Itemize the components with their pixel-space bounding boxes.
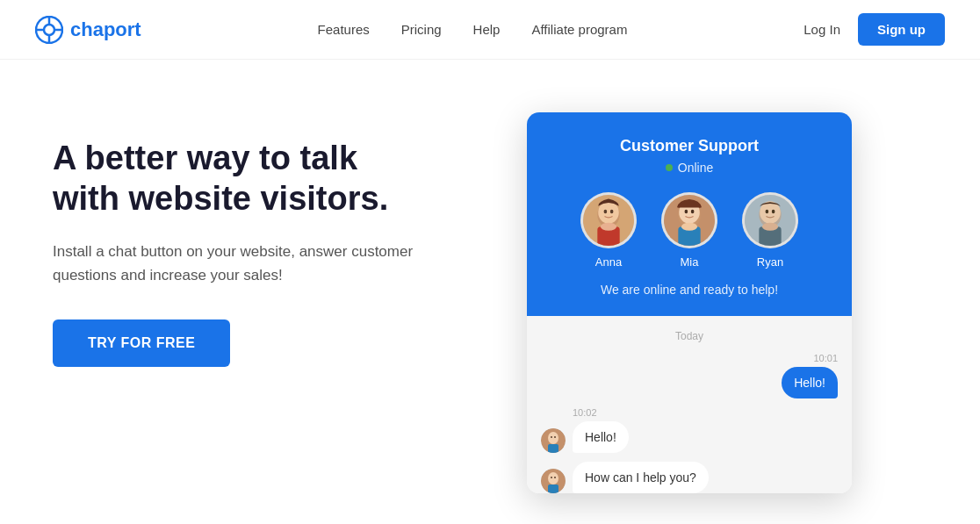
svg-point-35: [554, 477, 556, 478]
chat-widget: Customer Support Online: [527, 112, 852, 493]
svg-point-8: [598, 201, 619, 223]
msg-bubble-1: Hello!: [782, 367, 838, 398]
msg-avatar-img-3: [541, 469, 566, 493]
message-2: 10:02 Hello!: [541, 407, 838, 453]
svg-point-23: [766, 210, 769, 214]
nav-actions: Log In Sign up: [803, 13, 945, 46]
agent-ryan: Ryan: [742, 192, 798, 269]
agent-anna: Anna: [580, 192, 637, 269]
svg-rect-31: [548, 444, 558, 453]
mia-name: Mia: [681, 255, 699, 269]
svg-point-16: [685, 210, 688, 214]
svg-point-34: [551, 477, 552, 478]
svg-point-26: [762, 223, 778, 231]
chat-widget-header: Customer Support Online: [527, 112, 852, 316]
hero-subtext: Install a chat button on your website, a…: [53, 240, 422, 287]
svg-point-1: [44, 25, 54, 35]
svg-point-24: [772, 210, 775, 214]
svg-rect-36: [548, 485, 558, 493]
avatar-ryan: [742, 192, 798, 248]
message-1: 10:01 Hello!: [541, 353, 838, 398]
svg-point-28: [548, 432, 558, 444]
main-nav: Features Pricing Help Affiliate program: [318, 22, 628, 37]
try-for-free-button[interactable]: TRY FOR FREE: [53, 319, 230, 367]
avatar-anna: [580, 192, 637, 248]
nav-features[interactable]: Features: [318, 22, 370, 37]
anna-avatar-img: [583, 195, 634, 246]
svg-point-33: [548, 472, 558, 485]
svg-point-9: [604, 210, 608, 214]
mia-avatar-img: [664, 195, 715, 246]
svg-point-10: [610, 210, 614, 214]
chat-widget-container: Customer Support Online: [527, 112, 945, 493]
svg-point-17: [691, 210, 695, 214]
header: chaport Features Pricing Help Affiliate …: [0, 0, 980, 60]
svg-point-19: [681, 223, 697, 231]
avatar-mia: [661, 192, 717, 248]
chat-welcome-msg: We are online and ready to help!: [544, 283, 834, 297]
chat-messages: 10:01 Hello!: [541, 353, 838, 493]
hero-section: A better way to talk with website visito…: [53, 112, 474, 367]
ryan-avatar-img: [745, 195, 796, 246]
logo-text: chaport: [70, 18, 141, 41]
svg-point-30: [554, 436, 556, 438]
ryan-name: Ryan: [757, 255, 783, 269]
chat-date: Today: [541, 330, 838, 342]
svg-point-12: [601, 223, 616, 231]
online-dot: [666, 164, 673, 171]
message-3: How can I help you?: [541, 462, 838, 493]
msg-avatar-3: [541, 469, 566, 493]
status-label: Online: [678, 161, 713, 175]
msg-avatar-2: [541, 428, 566, 453]
nav-help[interactable]: Help: [473, 22, 501, 37]
agents-list: Anna: [544, 192, 834, 269]
nav-pricing[interactable]: Pricing: [401, 22, 442, 37]
hero-headline: A better way to talk with website visito…: [53, 139, 474, 219]
main-content: A better way to talk with website visito…: [0, 60, 980, 493]
signup-button[interactable]: Sign up: [858, 13, 945, 46]
msg-bubble-2: Hello!: [573, 421, 629, 453]
chat-body: Today 10:01 Hello!: [527, 316, 852, 493]
chat-status: Online: [544, 161, 834, 175]
login-button[interactable]: Log In: [803, 22, 840, 37]
msg-time-2: 10:02: [573, 407, 629, 418]
msg-avatar-img-2: [541, 428, 566, 453]
nav-affiliate[interactable]: Affiliate program: [531, 22, 627, 37]
logo[interactable]: chaport: [35, 16, 141, 44]
chat-title: Customer Support: [544, 137, 834, 155]
anna-name: Anna: [595, 255, 622, 269]
svg-point-29: [551, 436, 552, 438]
chaport-logo-icon: [35, 16, 63, 44]
msg-time-1: 10:01: [813, 353, 838, 363]
msg-bubble-3: How can I help you?: [573, 462, 709, 493]
agent-mia: Mia: [661, 192, 717, 269]
